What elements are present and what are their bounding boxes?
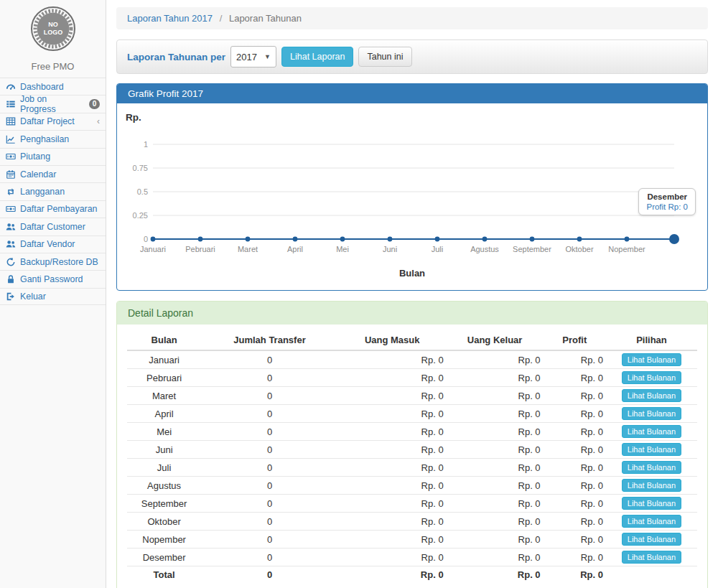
table-cell: Rp. 0 bbox=[338, 531, 447, 549]
sidebar-item-penghasilan[interactable]: Penghasilan bbox=[0, 130, 106, 147]
table-cell: Rp. 0 bbox=[544, 369, 606, 387]
lihat-bulanan-button[interactable]: Lihat Bulanan bbox=[622, 425, 681, 438]
sidebar-item-daftar-customer[interactable]: Daftar Customer bbox=[0, 218, 106, 235]
table-action-cell: Lihat Bulanan bbox=[606, 405, 697, 423]
sidebar-item-langganan[interactable]: Langganan bbox=[0, 182, 106, 200]
table-cell: Rp. 0 bbox=[338, 405, 447, 423]
table-cell: Rp. 0 bbox=[447, 387, 544, 405]
sidebar-item-label: Keluar bbox=[20, 291, 46, 302]
lihat-bulanan-button[interactable]: Lihat Bulanan bbox=[622, 533, 681, 546]
svg-text:Mei: Mei bbox=[336, 245, 349, 253]
sidebar-item-piutang[interactable]: Piutang bbox=[0, 148, 106, 165]
lihat-bulanan-button[interactable]: Lihat Bulanan bbox=[622, 479, 681, 492]
chart-point-nopember[interactable] bbox=[625, 237, 630, 242]
app-shell: NO LOGO Free PMO DashboardJob on Progres… bbox=[0, 0, 718, 588]
sidebar-item-label: Daftar Customer bbox=[20, 222, 85, 232]
column-header: Profit bbox=[544, 330, 606, 350]
table-cell: Juli bbox=[127, 459, 201, 477]
table-cell: Rp. 0 bbox=[338, 566, 447, 584]
table-cell: Rp. 0 bbox=[544, 477, 606, 495]
users-icon bbox=[6, 239, 16, 249]
column-header: Pilihan bbox=[606, 330, 697, 350]
lock-icon bbox=[6, 274, 16, 284]
svg-text:0.5: 0.5 bbox=[137, 187, 148, 196]
sidebar-item-job-on-progress[interactable]: Job on Progress0 bbox=[0, 95, 106, 112]
table-cell: Rp. 0 bbox=[338, 513, 447, 531]
users-icon bbox=[6, 222, 16, 232]
chart-point-januari[interactable] bbox=[151, 237, 156, 242]
table-row: Juni0Rp. 0Rp. 0Rp. 0Lihat Bulanan bbox=[127, 441, 697, 459]
lihat-bulanan-button[interactable]: Lihat Bulanan bbox=[622, 461, 681, 474]
chart-point-april[interactable] bbox=[293, 237, 298, 242]
chart-body: Rp. 10.750.50.250JanuariPebruariMaretApr… bbox=[117, 103, 707, 290]
breadcrumb-current: Laporan Tahunan bbox=[229, 13, 302, 24]
breadcrumb-separator: / bbox=[220, 13, 223, 24]
caret-down-icon: ▼ bbox=[264, 53, 271, 60]
chart-point-mei[interactable] bbox=[340, 237, 345, 242]
sidebar-item-keluar[interactable]: Keluar bbox=[0, 288, 106, 305]
table-cell: Rp. 0 bbox=[447, 441, 544, 459]
lihat-bulanan-button[interactable]: Lihat Bulanan bbox=[622, 389, 681, 402]
money-icon bbox=[6, 151, 16, 162]
lihat-bulanan-button[interactable]: Lihat Bulanan bbox=[622, 551, 681, 564]
calendar-icon bbox=[6, 169, 16, 179]
table-cell: 0 bbox=[201, 387, 338, 405]
lihat-bulanan-button[interactable]: Lihat Bulanan bbox=[622, 371, 681, 384]
table-cell: Rp. 0 bbox=[338, 369, 447, 387]
table-cell: 0 bbox=[201, 566, 338, 584]
sidebar-item-dashboard[interactable]: Dashboard bbox=[0, 78, 106, 95]
sidebar-item-label: Job on Progress bbox=[20, 94, 85, 114]
year-select[interactable]: 2017 ▼ bbox=[230, 46, 276, 67]
table-row: Januari0Rp. 0Rp. 0Rp. 0Lihat Bulanan bbox=[127, 350, 697, 369]
logo: NO LOGO Free PMO bbox=[0, 0, 106, 78]
sidebar-item-daftar-project[interactable]: Daftar Project‹ bbox=[0, 113, 106, 130]
table-cell: 0 bbox=[201, 477, 338, 495]
table-action-cell: Lihat Bulanan bbox=[606, 369, 697, 387]
table-cell: Rp. 0 bbox=[447, 459, 544, 477]
chart-point-agustus[interactable] bbox=[482, 237, 488, 242]
table-cell: 0 bbox=[201, 531, 338, 549]
table-action-cell: Lihat Bulanan bbox=[606, 387, 697, 405]
sidebar-item-daftar-vendor[interactable]: Daftar Vendor bbox=[0, 235, 106, 253]
sidebar-item-backup-restore-db[interactable]: Backup/Restore DB bbox=[0, 253, 106, 270]
chart-point-maret[interactable] bbox=[246, 237, 251, 242]
table-row: Desember0Rp. 0Rp. 0Rp. 0Lihat Bulanan bbox=[127, 549, 697, 566]
lihat-bulanan-button[interactable]: Lihat Bulanan bbox=[622, 497, 681, 510]
chart-tooltip-value: Profit Rp: 0 bbox=[646, 202, 688, 211]
table-cell: Rp. 0 bbox=[544, 405, 606, 423]
lihat-bulanan-button[interactable]: Lihat Bulanan bbox=[622, 353, 681, 366]
tahun-ini-button[interactable]: Tahun ini bbox=[358, 47, 411, 67]
chart-point-september[interactable] bbox=[530, 237, 535, 242]
sidebar-item-label: Ganti Password bbox=[20, 274, 83, 284]
table-cell: Pebruari bbox=[127, 369, 201, 387]
table-cell: Rp. 0 bbox=[544, 350, 606, 369]
chart-point-juni[interactable] bbox=[388, 237, 393, 242]
money-icon bbox=[6, 204, 16, 214]
sidebar-item-calendar[interactable]: Calendar bbox=[0, 165, 106, 182]
filter-label: Laporan Tahunan per bbox=[127, 52, 225, 62]
table-cell: 0 bbox=[201, 405, 338, 423]
table-cell: Oktober bbox=[127, 513, 201, 531]
lihat-bulanan-button[interactable]: Lihat Bulanan bbox=[622, 515, 681, 528]
main-content: Laporan Tahun 2017 / Laporan Tahunan Lap… bbox=[106, 0, 718, 588]
lihat-bulanan-button[interactable]: Lihat Bulanan bbox=[622, 407, 681, 420]
sidebar-item-ganti-password[interactable]: Ganti Password bbox=[0, 270, 106, 287]
sidebar-item-daftar-pembayaran[interactable]: Daftar Pembayaran bbox=[0, 200, 106, 218]
table-cell: Maret bbox=[127, 387, 201, 405]
lihat-laporan-button[interactable]: Lihat Laporan bbox=[281, 47, 353, 67]
brand-name: Free PMO bbox=[0, 61, 106, 72]
chart-point-oktober[interactable] bbox=[577, 237, 582, 242]
breadcrumb: Laporan Tahun 2017 / Laporan Tahunan bbox=[116, 7, 708, 29]
breadcrumb-link[interactable]: Laporan Tahun 2017 bbox=[127, 13, 213, 24]
svg-text:Juni: Juni bbox=[383, 245, 397, 253]
chart-point-juli[interactable] bbox=[435, 237, 440, 242]
table-cell: Rp. 0 bbox=[338, 459, 447, 477]
table-row: Nopember0Rp. 0Rp. 0Rp. 0Lihat Bulanan bbox=[127, 531, 697, 549]
list-icon bbox=[6, 99, 16, 109]
table-action-cell: Lihat Bulanan bbox=[606, 531, 697, 549]
lihat-bulanan-button[interactable]: Lihat Bulanan bbox=[622, 443, 681, 456]
no-logo-badge: NO LOGO bbox=[25, 4, 81, 56]
chart-point-pebruari[interactable] bbox=[198, 237, 203, 242]
table-cell: Agustus bbox=[127, 477, 201, 495]
chart-point-desember[interactable] bbox=[669, 234, 679, 244]
